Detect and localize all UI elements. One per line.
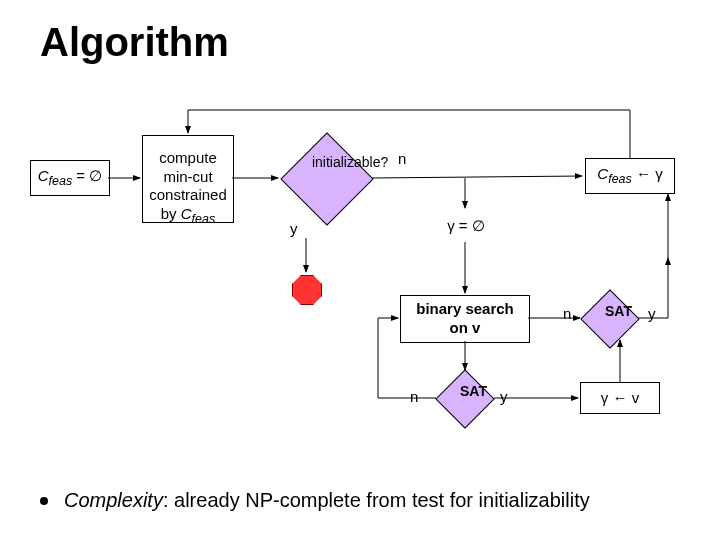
- node-sat-1: SAT: [580, 289, 639, 348]
- slide: Algorithm Cfeas = ∅ compute min-cut cons…: [0, 0, 720, 540]
- label-sat2-n: n: [410, 388, 418, 405]
- node-gamma-v: γ ← v: [580, 382, 660, 414]
- node-binary-search: binary search on v: [400, 295, 530, 343]
- label-sat2-y: y: [500, 388, 508, 405]
- svg-line-2: [372, 176, 582, 178]
- footer-bullet: Complexity: already NP-complete from tes…: [40, 489, 590, 512]
- node-cfeas-update: Cfeas ← γ: [585, 158, 675, 194]
- node-initializable: initializable?: [280, 132, 373, 225]
- stop-icon: [292, 275, 322, 305]
- node-gamma-init: γ = ∅: [425, 210, 507, 242]
- node-compute: compute min-cut constrained by Cfeas: [142, 135, 234, 223]
- bullet-icon: [40, 497, 48, 505]
- label-n: n: [398, 150, 406, 167]
- label-sat1-n: n: [563, 305, 571, 322]
- slide-title: Algorithm: [40, 20, 229, 65]
- node-cfeas-init: Cfeas = ∅: [30, 160, 110, 196]
- label-y: y: [290, 220, 298, 237]
- flow-arrows: [0, 0, 720, 540]
- node-sat-2: SAT: [435, 369, 494, 428]
- label-sat1-y: y: [648, 305, 656, 322]
